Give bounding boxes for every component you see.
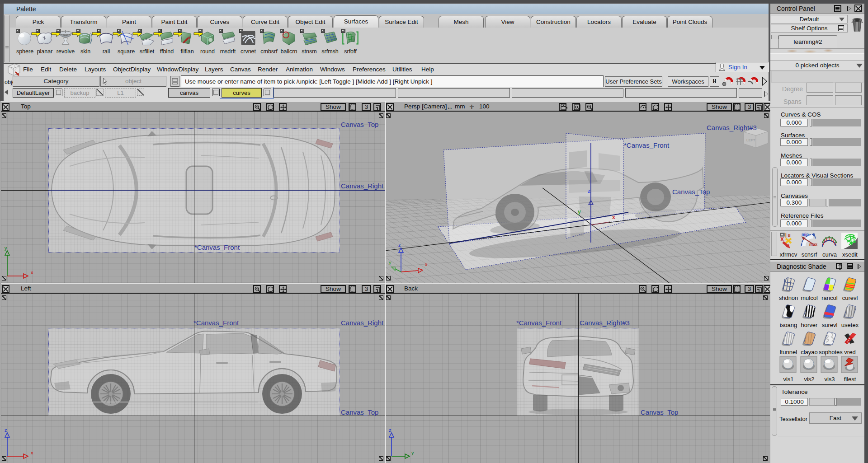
- svg-text:x: x: [31, 270, 33, 275]
- svg-text:z: z: [5, 429, 7, 433]
- svg-text:min: min: [802, 232, 809, 237]
- svg-text:| u: | u: [785, 233, 791, 238]
- svg-text:x: x: [612, 214, 615, 220]
- svg-text:y: y: [411, 450, 414, 455]
- svg-text:X: X: [780, 236, 784, 243]
- svg-text:x: x: [31, 450, 33, 455]
- svg-text:z: z: [389, 429, 392, 433]
- svg-text:z: z: [398, 242, 401, 248]
- svg-text:z: z: [588, 188, 590, 194]
- svg-text:x: x: [425, 262, 428, 267]
- svg-text:y: y: [389, 260, 392, 265]
- svg-text:LEFT: LEFT: [746, 138, 755, 142]
- svg-text:y: y: [578, 209, 581, 215]
- svg-text:y: y: [5, 247, 7, 251]
